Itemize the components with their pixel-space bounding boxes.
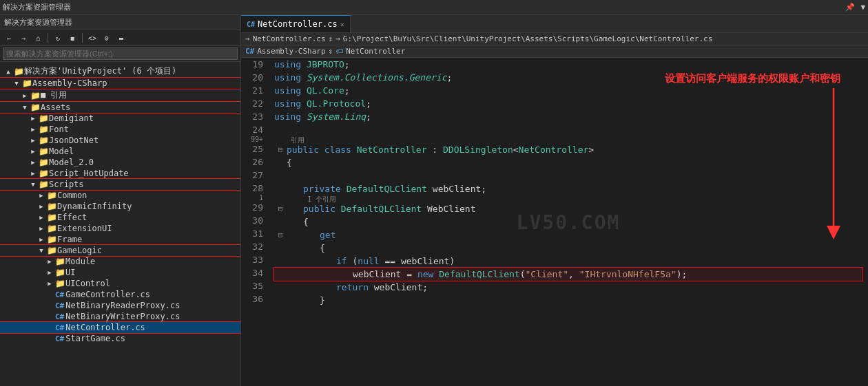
nav-sep: ⇕	[329, 47, 333, 56]
str-client: "Client"	[525, 268, 568, 281]
effect-label: Effect	[57, 213, 87, 222]
tab-close-btn[interactable]: ✕	[340, 21, 344, 28]
code-line-30: {	[274, 215, 862, 228]
tree-item-model[interactable]: ▶ 📁 Model	[0, 146, 240, 157]
collapse-29[interactable]: ⊟	[274, 202, 287, 215]
ns-ql-core: QL.Core	[307, 84, 344, 97]
tree-item-gamecontroller[interactable]: ▶ C# GameController.cs	[0, 289, 240, 300]
search-bar	[0, 46, 240, 62]
code-line-20: using System.Collections.Generic;	[274, 71, 862, 84]
nav-member[interactable]: NetController	[346, 47, 405, 56]
panel-title-label: 解决方案资源管理器	[4, 17, 72, 28]
refresh-btn[interactable]: ↻	[52, 32, 64, 44]
kw-class-25: class	[324, 143, 351, 156]
tree-root[interactable]: ▲ 📁 解决方案'UnityProject' (6 个项目)	[0, 65, 240, 78]
generic-close: >	[588, 143, 594, 156]
forward-btn[interactable]: →	[17, 32, 30, 44]
menu-icon[interactable]: ▼	[860, 3, 865, 12]
back-btn[interactable]: ←	[3, 32, 15, 44]
breadcrumb-sep: ⇕	[329, 34, 333, 43]
op-eq: ==	[384, 255, 395, 268]
ext-icon: 📁	[47, 224, 57, 233]
code-line-29: ⊟ public DefaultQLClient WebClient	[274, 202, 862, 215]
script-arrow: ▶	[28, 170, 39, 177]
tree-item-font[interactable]: ▶ 📁 Font	[0, 124, 240, 135]
home-btn[interactable]: ⌂	[32, 32, 44, 44]
uicontrol-icon: 📁	[55, 279, 65, 288]
tree-item-netbinarywriter[interactable]: ▶ C# NetBinaryWriterProxy.cs	[0, 311, 240, 322]
kw-public-29: public	[303, 202, 335, 215]
assets-arrow: ▼	[19, 104, 30, 111]
scripts-icon: 📁	[39, 180, 49, 189]
window-title: 解决方案资源管理器	[3, 2, 71, 12]
code-line-33: if (null == webClient)	[274, 255, 862, 268]
effect-arrow: ▶	[36, 214, 47, 221]
tree-item-frame[interactable]: ▶ 📁 Frame	[0, 234, 240, 245]
tab-netcontroller[interactable]: C# NetController.cs ✕	[241, 15, 351, 32]
dynamic-arrow: ▶	[36, 203, 47, 210]
kw-return: return	[336, 281, 369, 294]
tree-item-gamelogic[interactable]: ▼ 📁 GameLogic	[0, 245, 240, 256]
tree-item-dynamicinfinity[interactable]: ▶ 📁 DynamicInfinity	[0, 201, 240, 212]
brace-open-26: {	[287, 156, 292, 169]
panel-title: 解决方案资源管理器	[0, 15, 240, 30]
model20-icon: 📁	[39, 158, 49, 167]
tree-item-scripts[interactable]: ▼ 📁 Scripts	[0, 179, 240, 190]
ns-jbproto: JBPROTO	[307, 58, 344, 71]
root-arrow: ▲	[3, 68, 14, 75]
stop-btn[interactable]: ◼	[66, 32, 79, 44]
code-line-23: using System.Linq;	[274, 110, 862, 123]
kw-using-20: using	[274, 71, 301, 84]
type-defaultql: DefaultQLClient	[347, 182, 427, 195]
tree-item-uicontrol[interactable]: ▶ 📁 UIControl	[0, 278, 240, 289]
tree-item-startgame[interactable]: ▶ C# StartGame.cs	[0, 333, 240, 344]
tree-item-jsondotnet[interactable]: ▶ 📁 JsonDotNet	[0, 135, 240, 146]
solution-icon: 📁	[14, 67, 24, 76]
semi-21: ;	[344, 84, 350, 97]
var-webclient: webClient;	[433, 182, 486, 195]
tree-item-netcontroller[interactable]: ▶ C# NetController.cs	[0, 322, 240, 333]
tree-item-demigiant[interactable]: ▶ 📁 Demigiant	[0, 113, 240, 124]
tree-item-ui[interactable]: ▶ 📁 UI	[0, 267, 240, 278]
tree-item-assembly-csharp[interactable]: ▼ 📁 Assembly-CSharp	[0, 78, 240, 89]
collapse-31[interactable]: ⊟	[274, 228, 287, 242]
tree-item-assets[interactable]: ▼ 📁 Assets	[0, 102, 240, 113]
settings-btn[interactable]: ⚙	[101, 32, 113, 44]
top-bar: 解决方案资源管理器 📌 ▼	[0, 0, 868, 15]
tree-item-model20[interactable]: ▶ 📁 Model_2.0	[0, 157, 240, 168]
pin-icon[interactable]: 📌	[845, 3, 855, 12]
basetype: DDOLSingleton	[443, 143, 513, 156]
code-btn[interactable]: <>	[86, 32, 99, 44]
tree-item-common[interactable]: ▶ 📁 Common	[0, 190, 240, 201]
breadcrumb-arrow2: →	[335, 34, 340, 43]
paren-open-33: (	[352, 255, 358, 268]
tree-item-effect[interactable]: ▶ 📁 Effect	[0, 212, 240, 223]
collapse-btn-toolbar[interactable]: ▬	[115, 32, 127, 44]
dynamic-icon: 📁	[47, 202, 57, 211]
ns-system-linq: System.Linq	[307, 110, 366, 123]
tree-item-extensionui[interactable]: ▶ 📁 ExtensionUI	[0, 223, 240, 234]
type-defaultql2: DefaultQLClient	[341, 202, 422, 215]
kw-if: if	[336, 255, 347, 268]
search-input[interactable]	[3, 47, 238, 60]
nbr-arrow: ▶	[44, 302, 55, 309]
module-label: Module	[65, 257, 95, 266]
tree-item-module[interactable]: ▶ 📁 Module	[0, 256, 240, 267]
breadcrumb-file[interactable]: NetController.cs	[253, 34, 326, 43]
nbw-label: NetBinaryWriterProxy.cs	[65, 312, 180, 321]
nav-namespace[interactable]: Assembly-CSharp	[257, 47, 325, 56]
sg-arrow: ▶	[44, 335, 55, 342]
breadcrumb-arrow: →	[245, 34, 250, 43]
tree-item-netbinaryreader[interactable]: ▶ C# NetBinaryReaderProxy.cs	[0, 300, 240, 311]
nc-label: NetController.cs	[65, 323, 145, 332]
tab-label: NetController.cs	[258, 19, 338, 29]
demigiant-label: Demigiant	[49, 114, 94, 123]
font-arrow: ▶	[28, 126, 39, 133]
semi-22: ;	[366, 97, 371, 110]
tree-item-ref[interactable]: ▶ 📁 ■ 引用	[0, 89, 240, 102]
code-line-24	[274, 123, 862, 136]
code-content[interactable]: LV50.COM using JBPROTO; using System.Col…	[269, 58, 868, 386]
tree-item-scripthotupdate[interactable]: ▶ 📁 Script_HotUpdate	[0, 168, 240, 179]
code-line-27	[274, 169, 862, 182]
collapse-25[interactable]: ⊟	[274, 143, 287, 156]
